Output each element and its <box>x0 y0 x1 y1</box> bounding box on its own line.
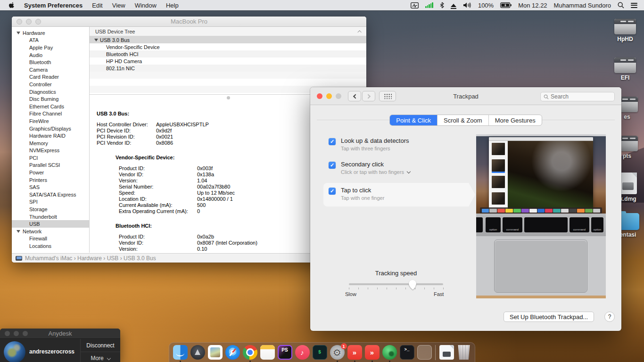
sidebar-item[interactable]: Firewall <box>12 235 89 243</box>
desktop-icon-efi[interactable]: EFI <box>607 58 643 81</box>
bluetooth-icon[interactable] <box>440 2 444 8</box>
tree-row[interactable]: Vendor-Specific Device <box>90 43 366 50</box>
setup-bluetooth-trackpad-button[interactable]: Set Up Bluetooth Trackpad... <box>504 312 594 322</box>
dock-item[interactable] <box>224 343 240 362</box>
dock-app-icon[interactable] <box>225 345 240 360</box>
sidebar-group-hardware[interactable]: Hardware <box>12 29 89 37</box>
dock-app-icon[interactable]: ⚙ 1 <box>330 345 345 360</box>
sidebar-item[interactable]: Memory <box>12 140 89 147</box>
notification-center-icon[interactable] <box>631 3 637 8</box>
dock-item[interactable]: ♪ <box>294 343 310 362</box>
sidebar-item[interactable]: Diagnostics <box>12 88 89 96</box>
sidebar-item[interactable]: Storage <box>12 206 89 213</box>
tracking-speed-slider[interactable] <box>349 282 443 293</box>
dock-item[interactable]: PS <box>277 343 293 362</box>
apple-menu[interactable] <box>8 1 16 9</box>
dock-item[interactable]: $ <box>312 343 328 362</box>
sidebar-item[interactable]: Thunderbolt <box>12 213 89 221</box>
collapse-chevron-icon[interactable] <box>357 30 361 34</box>
dock-app-icon[interactable]: $ <box>313 345 327 360</box>
anydesk-titlebar[interactable]: Anydesk <box>0 329 120 339</box>
checkbox-lookup[interactable]: ✓ <box>329 138 336 145</box>
sidebar-item[interactable]: Graphics/Displays <box>12 125 89 132</box>
dock-item[interactable] <box>259 343 275 362</box>
tree-row-usb3bus[interactable]: USB 3.0 Bus <box>90 36 366 43</box>
sidebar-item[interactable]: Ethernet Cards <box>12 103 89 110</box>
close-button[interactable] <box>17 19 22 25</box>
help-button[interactable]: ? <box>604 312 615 322</box>
menu-window[interactable]: Window <box>135 2 157 9</box>
sidebar-item[interactable]: Printers <box>12 176 89 184</box>
menu-edit[interactable]: Edit <box>92 2 102 9</box>
search-input[interactable] <box>551 93 607 100</box>
dock-app-icon[interactable] <box>208 345 223 360</box>
tab-point-and-click[interactable]: Point & Click <box>390 115 437 125</box>
dock-app-icon[interactable] <box>260 345 275 360</box>
app-menu-title[interactable]: System Preferences <box>24 2 83 9</box>
disclosure-triangle-icon[interactable] <box>17 32 20 34</box>
dock-item[interactable]: » <box>364 343 380 362</box>
dock-app-icon[interactable] <box>190 345 205 360</box>
sysinfo-titlebar[interactable]: MacBook Pro <box>12 16 366 27</box>
sidebar-item[interactable]: SAS <box>12 183 89 191</box>
minimize-button[interactable] <box>14 331 19 336</box>
dock-item[interactable] <box>172 343 188 362</box>
activity-monitor-icon[interactable] <box>411 2 419 8</box>
dock-app-icon[interactable]: ♪ <box>295 345 310 360</box>
zoom-button[interactable] <box>23 331 28 336</box>
dock-app-icon[interactable] <box>382 345 397 360</box>
forward-button[interactable] <box>362 91 375 101</box>
tree-row[interactable]: HP HD Camera <box>90 58 366 65</box>
dock-item[interactable] <box>207 343 223 362</box>
disclosure-triangle-icon[interactable] <box>94 39 98 41</box>
dock-app-icon[interactable]: » <box>365 345 380 360</box>
menu-view[interactable]: View <box>112 2 125 9</box>
tab-more-gestures[interactable]: More Gestures <box>488 115 542 125</box>
sidebar-item[interactable]: FireWire <box>12 117 89 125</box>
sidebar-item[interactable]: Power <box>12 169 89 176</box>
sidebar-item[interactable]: Camera <box>12 66 89 74</box>
close-button[interactable] <box>5 331 10 336</box>
sidebar-item[interactable]: Apple Pay <box>12 44 89 51</box>
dock-item[interactable]: ⚙ 1 <box>329 343 345 362</box>
menu-help[interactable]: Help <box>166 2 179 9</box>
zoom-button[interactable] <box>35 19 41 25</box>
tree-row[interactable]: 802.11n NIC <box>90 65 366 72</box>
dock-app-icon[interactable] <box>439 345 454 360</box>
dock-app-icon[interactable] <box>417 345 432 360</box>
chevron-down-icon[interactable] <box>407 170 411 173</box>
sidebar-item[interactable]: USB <box>12 220 89 228</box>
sidebar-item[interactable]: SATA/SATA Express <box>12 191 89 198</box>
more-button[interactable]: More <box>81 352 120 362</box>
dock-item[interactable] <box>434 343 437 362</box>
slider-track[interactable] <box>349 283 443 285</box>
disclosure-triangle-icon[interactable] <box>17 230 20 233</box>
show-all-button[interactable] <box>379 91 396 101</box>
sidebar-item[interactable]: Locations <box>12 242 89 250</box>
sidebar-item[interactable]: NVMExpress <box>12 147 89 155</box>
volume-icon[interactable] <box>463 2 471 8</box>
dock-item[interactable] <box>416 343 432 362</box>
fast-user-switching-name[interactable]: Muhammad Sundoro <box>554 2 611 9</box>
tab-scroll-and-zoom[interactable]: Scroll & Zoom <box>437 115 488 125</box>
search-field[interactable] <box>540 92 615 101</box>
sidebar-item[interactable]: ATA <box>12 37 89 44</box>
desktop-icon-hphd[interactable]: HpHD <box>607 19 643 42</box>
dock-app-icon[interactable]: » <box>347 345 362 360</box>
checkbox-tap-to-click[interactable]: ✓ <box>329 188 336 195</box>
sidebar-item[interactable]: PCI <box>12 154 89 162</box>
back-button[interactable] <box>348 91 361 101</box>
sidebar-item[interactable]: Card Reader <box>12 74 89 81</box>
sidebar-item[interactable]: Hardware RAID <box>12 132 89 140</box>
tree-row[interactable]: Bluetooth HCI <box>90 50 366 58</box>
option-sublabel[interactable]: Click or tap with two fingers <box>341 169 467 175</box>
spotlight-search-icon[interactable] <box>618 2 624 8</box>
dock-item[interactable] <box>190 343 206 362</box>
dock-app-icon[interactable] <box>457 345 471 360</box>
signal-strength-icon[interactable] <box>425 2 433 8</box>
sidebar-item[interactable]: Bluetooth <box>12 58 89 66</box>
disconnect-button[interactable]: Disconnect <box>81 339 120 352</box>
dock-item[interactable]: » <box>347 343 363 362</box>
sidebar-item[interactable]: Disc Burning <box>12 95 89 103</box>
dock-app-icon[interactable]: PS <box>278 345 292 360</box>
